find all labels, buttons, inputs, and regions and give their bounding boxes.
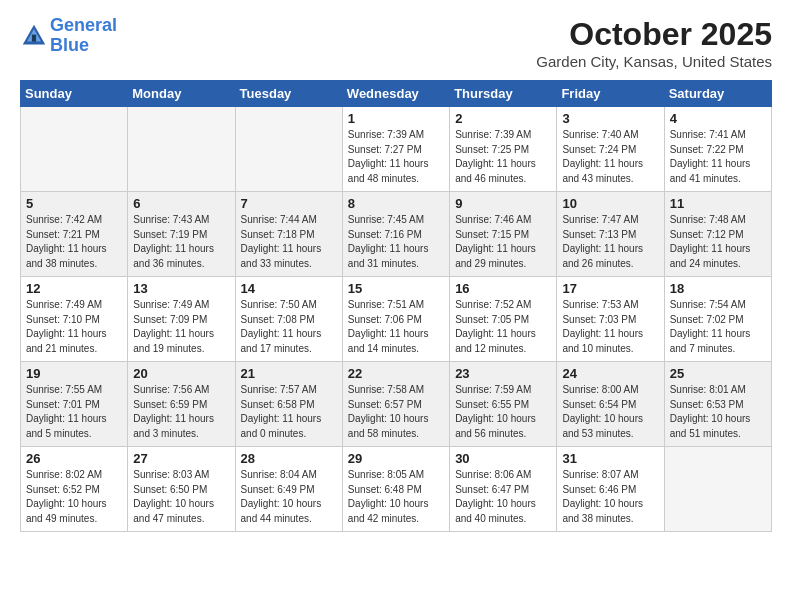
day-info: Sunrise: 7:51 AM Sunset: 7:06 PM Dayligh…	[348, 298, 444, 356]
calendar-day-cell: 23Sunrise: 7:59 AM Sunset: 6:55 PM Dayli…	[450, 362, 557, 447]
day-number: 13	[133, 281, 229, 296]
svg-rect-2	[32, 34, 36, 41]
calendar-day-cell: 28Sunrise: 8:04 AM Sunset: 6:49 PM Dayli…	[235, 447, 342, 532]
day-info: Sunrise: 7:44 AM Sunset: 7:18 PM Dayligh…	[241, 213, 337, 271]
calendar-day-cell: 15Sunrise: 7:51 AM Sunset: 7:06 PM Dayli…	[342, 277, 449, 362]
weekday-header: Sunday	[21, 81, 128, 107]
day-info: Sunrise: 8:00 AM Sunset: 6:54 PM Dayligh…	[562, 383, 658, 441]
calendar-week-row: 26Sunrise: 8:02 AM Sunset: 6:52 PM Dayli…	[21, 447, 772, 532]
day-info: Sunrise: 8:07 AM Sunset: 6:46 PM Dayligh…	[562, 468, 658, 526]
calendar-day-cell: 9Sunrise: 7:46 AM Sunset: 7:15 PM Daylig…	[450, 192, 557, 277]
logo-text: General Blue	[50, 16, 117, 56]
day-info: Sunrise: 7:39 AM Sunset: 7:25 PM Dayligh…	[455, 128, 551, 186]
logo: General Blue	[20, 16, 117, 56]
day-info: Sunrise: 7:57 AM Sunset: 6:58 PM Dayligh…	[241, 383, 337, 441]
calendar-day-cell: 16Sunrise: 7:52 AM Sunset: 7:05 PM Dayli…	[450, 277, 557, 362]
day-number: 2	[455, 111, 551, 126]
day-info: Sunrise: 8:06 AM Sunset: 6:47 PM Dayligh…	[455, 468, 551, 526]
day-info: Sunrise: 7:53 AM Sunset: 7:03 PM Dayligh…	[562, 298, 658, 356]
day-number: 1	[348, 111, 444, 126]
calendar-day-cell: 18Sunrise: 7:54 AM Sunset: 7:02 PM Dayli…	[664, 277, 771, 362]
day-info: Sunrise: 7:54 AM Sunset: 7:02 PM Dayligh…	[670, 298, 766, 356]
day-info: Sunrise: 7:59 AM Sunset: 6:55 PM Dayligh…	[455, 383, 551, 441]
weekday-header: Wednesday	[342, 81, 449, 107]
calendar-day-cell: 21Sunrise: 7:57 AM Sunset: 6:58 PM Dayli…	[235, 362, 342, 447]
day-number: 22	[348, 366, 444, 381]
day-number: 20	[133, 366, 229, 381]
day-info: Sunrise: 8:04 AM Sunset: 6:49 PM Dayligh…	[241, 468, 337, 526]
day-number: 9	[455, 196, 551, 211]
day-number: 24	[562, 366, 658, 381]
day-number: 17	[562, 281, 658, 296]
day-info: Sunrise: 7:45 AM Sunset: 7:16 PM Dayligh…	[348, 213, 444, 271]
day-info: Sunrise: 7:47 AM Sunset: 7:13 PM Dayligh…	[562, 213, 658, 271]
calendar-day-cell: 5Sunrise: 7:42 AM Sunset: 7:21 PM Daylig…	[21, 192, 128, 277]
calendar-day-cell: 12Sunrise: 7:49 AM Sunset: 7:10 PM Dayli…	[21, 277, 128, 362]
day-number: 30	[455, 451, 551, 466]
calendar-day-cell: 3Sunrise: 7:40 AM Sunset: 7:24 PM Daylig…	[557, 107, 664, 192]
calendar-day-cell: 26Sunrise: 8:02 AM Sunset: 6:52 PM Dayli…	[21, 447, 128, 532]
weekday-header: Tuesday	[235, 81, 342, 107]
calendar-day-cell: 13Sunrise: 7:49 AM Sunset: 7:09 PM Dayli…	[128, 277, 235, 362]
calendar-header-row: SundayMondayTuesdayWednesdayThursdayFrid…	[21, 81, 772, 107]
day-number: 26	[26, 451, 122, 466]
calendar-day-cell: 2Sunrise: 7:39 AM Sunset: 7:25 PM Daylig…	[450, 107, 557, 192]
calendar-table: SundayMondayTuesdayWednesdayThursdayFrid…	[20, 80, 772, 532]
day-number: 8	[348, 196, 444, 211]
calendar-day-cell: 19Sunrise: 7:55 AM Sunset: 7:01 PM Dayli…	[21, 362, 128, 447]
calendar-day-cell: 24Sunrise: 8:00 AM Sunset: 6:54 PM Dayli…	[557, 362, 664, 447]
calendar-day-cell: 31Sunrise: 8:07 AM Sunset: 6:46 PM Dayli…	[557, 447, 664, 532]
day-info: Sunrise: 8:05 AM Sunset: 6:48 PM Dayligh…	[348, 468, 444, 526]
day-number: 6	[133, 196, 229, 211]
calendar-day-cell: 14Sunrise: 7:50 AM Sunset: 7:08 PM Dayli…	[235, 277, 342, 362]
day-number: 15	[348, 281, 444, 296]
calendar-week-row: 5Sunrise: 7:42 AM Sunset: 7:21 PM Daylig…	[21, 192, 772, 277]
calendar-day-cell: 29Sunrise: 8:05 AM Sunset: 6:48 PM Dayli…	[342, 447, 449, 532]
calendar-day-cell: 11Sunrise: 7:48 AM Sunset: 7:12 PM Dayli…	[664, 192, 771, 277]
day-number: 18	[670, 281, 766, 296]
weekday-header: Friday	[557, 81, 664, 107]
location: Garden City, Kansas, United States	[536, 53, 772, 70]
day-info: Sunrise: 8:03 AM Sunset: 6:50 PM Dayligh…	[133, 468, 229, 526]
day-info: Sunrise: 7:58 AM Sunset: 6:57 PM Dayligh…	[348, 383, 444, 441]
day-info: Sunrise: 8:02 AM Sunset: 6:52 PM Dayligh…	[26, 468, 122, 526]
day-info: Sunrise: 7:42 AM Sunset: 7:21 PM Dayligh…	[26, 213, 122, 271]
calendar-day-cell	[664, 447, 771, 532]
calendar-day-cell: 7Sunrise: 7:44 AM Sunset: 7:18 PM Daylig…	[235, 192, 342, 277]
day-number: 12	[26, 281, 122, 296]
day-info: Sunrise: 8:01 AM Sunset: 6:53 PM Dayligh…	[670, 383, 766, 441]
calendar-day-cell: 8Sunrise: 7:45 AM Sunset: 7:16 PM Daylig…	[342, 192, 449, 277]
weekday-header: Monday	[128, 81, 235, 107]
calendar-day-cell: 22Sunrise: 7:58 AM Sunset: 6:57 PM Dayli…	[342, 362, 449, 447]
logo-icon	[20, 22, 48, 50]
weekday-header: Thursday	[450, 81, 557, 107]
calendar-day-cell: 10Sunrise: 7:47 AM Sunset: 7:13 PM Dayli…	[557, 192, 664, 277]
day-info: Sunrise: 7:55 AM Sunset: 7:01 PM Dayligh…	[26, 383, 122, 441]
calendar-day-cell: 27Sunrise: 8:03 AM Sunset: 6:50 PM Dayli…	[128, 447, 235, 532]
day-number: 28	[241, 451, 337, 466]
month-title: October 2025	[536, 16, 772, 53]
day-info: Sunrise: 7:56 AM Sunset: 6:59 PM Dayligh…	[133, 383, 229, 441]
day-number: 5	[26, 196, 122, 211]
day-number: 29	[348, 451, 444, 466]
day-number: 31	[562, 451, 658, 466]
day-number: 19	[26, 366, 122, 381]
calendar-day-cell: 30Sunrise: 8:06 AM Sunset: 6:47 PM Dayli…	[450, 447, 557, 532]
day-number: 16	[455, 281, 551, 296]
day-number: 4	[670, 111, 766, 126]
page-container: General Blue October 2025 Garden City, K…	[0, 0, 792, 548]
calendar-week-row: 19Sunrise: 7:55 AM Sunset: 7:01 PM Dayli…	[21, 362, 772, 447]
calendar-day-cell: 4Sunrise: 7:41 AM Sunset: 7:22 PM Daylig…	[664, 107, 771, 192]
day-info: Sunrise: 7:49 AM Sunset: 7:10 PM Dayligh…	[26, 298, 122, 356]
day-info: Sunrise: 7:39 AM Sunset: 7:27 PM Dayligh…	[348, 128, 444, 186]
day-info: Sunrise: 7:40 AM Sunset: 7:24 PM Dayligh…	[562, 128, 658, 186]
calendar-day-cell: 17Sunrise: 7:53 AM Sunset: 7:03 PM Dayli…	[557, 277, 664, 362]
day-info: Sunrise: 7:41 AM Sunset: 7:22 PM Dayligh…	[670, 128, 766, 186]
day-info: Sunrise: 7:49 AM Sunset: 7:09 PM Dayligh…	[133, 298, 229, 356]
day-number: 3	[562, 111, 658, 126]
day-number: 27	[133, 451, 229, 466]
day-number: 14	[241, 281, 337, 296]
title-block: October 2025 Garden City, Kansas, United…	[536, 16, 772, 70]
day-info: Sunrise: 7:48 AM Sunset: 7:12 PM Dayligh…	[670, 213, 766, 271]
day-info: Sunrise: 7:52 AM Sunset: 7:05 PM Dayligh…	[455, 298, 551, 356]
